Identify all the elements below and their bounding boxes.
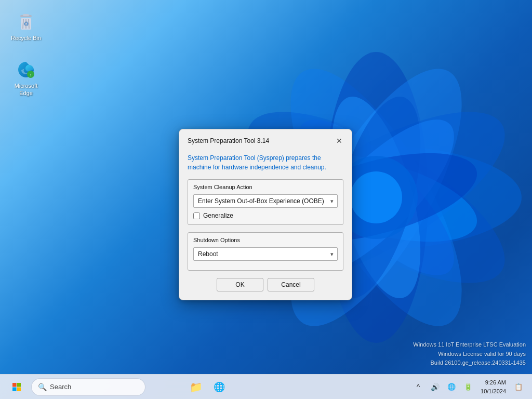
svg-text:↑: ↑ <box>30 72 32 77</box>
taskbar-clock[interactable]: 9:26 AM 10/1/2024 <box>478 377 508 396</box>
windows-watermark: Windows 11 IoT Enterprise LTSC Evaluatio… <box>413 340 526 368</box>
ok-button[interactable]: OK <box>217 278 263 291</box>
desktop-icon-recycle-bin[interactable]: ♻ Recycle Bin <box>7 9 45 44</box>
svg-rect-15 <box>23 14 29 16</box>
edge-label: Microsoft Edge <box>9 82 43 97</box>
file-explorer-icon: 📁 <box>190 381 203 393</box>
svg-rect-25 <box>12 387 17 391</box>
taskbar: 🔍 Search 📁 🌐 ^ 🔊 <box>0 374 532 399</box>
edge-icon: ↑ <box>16 59 36 80</box>
generalize-row: Generalize <box>193 212 338 219</box>
sysprep-dialog: System Preparation Tool 3.14 ✕ System Pr… <box>179 129 352 300</box>
taskbar-network[interactable]: 🌐 <box>209 377 230 397</box>
cleanup-action-group: System Cleanup Action Enter System Out-o… <box>188 179 343 225</box>
recycle-bin-label: Recycle Bin <box>11 34 41 42</box>
svg-rect-26 <box>17 387 21 391</box>
clock-time: 9:26 AM <box>485 378 506 387</box>
svg-line-18 <box>23 19 23 29</box>
dialog-description: System Preparation Tool (Sysprep) prepar… <box>188 153 343 172</box>
cleanup-group-label: System Cleanup Action <box>193 184 338 190</box>
taskbar-left: 🔍 Search <box>0 377 186 397</box>
svg-rect-23 <box>12 383 17 387</box>
system-tray: ^ 🔊 🌐 🔋 <box>411 380 475 394</box>
battery-icon: 🔋 <box>464 383 472 391</box>
action-center[interactable]: 📋 <box>511 380 526 394</box>
dialog-buttons: OK Cancel <box>188 278 343 291</box>
dialog-body: System Preparation Tool (Sysprep) prepar… <box>179 151 352 300</box>
start-button[interactable] <box>6 377 27 397</box>
taskbar-search-bar[interactable]: 🔍 Search <box>31 378 145 396</box>
desktop: ♻ Recycle Bin <box>0 0 532 399</box>
svg-line-20 <box>29 19 29 29</box>
shutdown-options-select[interactable]: Reboot Shutdown Quit <box>193 247 338 261</box>
clock-date: 10/1/2024 <box>481 387 506 396</box>
dialog-title: System Preparation Tool 3.14 <box>188 137 269 144</box>
svg-rect-24 <box>17 383 21 387</box>
tray-volume[interactable]: 🔊 <box>428 380 442 394</box>
tray-network[interactable]: 🌐 <box>444 380 459 394</box>
action-center-icon: 📋 <box>514 383 523 391</box>
tray-chevron[interactable]: ^ <box>411 380 425 394</box>
recycle-bin-icon: ♻ <box>16 11 36 32</box>
taskbar-right: ^ 🔊 🌐 🔋 9:26 AM 10/1/2024 📋 <box>411 377 532 396</box>
dialog-close-button[interactable]: ✕ <box>333 135 345 147</box>
wifi-icon: 🌐 <box>447 383 456 391</box>
tray-battery[interactable]: 🔋 <box>461 380 475 394</box>
network-icon: 🌐 <box>214 381 225 393</box>
generalize-checkbox[interactable] <box>193 212 200 219</box>
generalize-label[interactable]: Generalize <box>203 212 233 219</box>
shutdown-options-group: Shutdown Options Reboot Shutdown Quit <box>188 232 343 271</box>
cleanup-select-wrapper: Enter System Out-of-Box Experience (OOBE… <box>193 194 338 208</box>
search-icon: 🔍 <box>38 383 47 391</box>
cancel-button[interactable]: Cancel <box>268 278 314 291</box>
svg-point-13 <box>350 171 402 223</box>
search-label: Search <box>50 383 71 391</box>
volume-icon: 🔊 <box>431 383 440 391</box>
cleanup-action-select[interactable]: Enter System Out-of-Box Experience (OOBE… <box>193 194 338 208</box>
taskbar-center: 📁 🌐 <box>186 377 230 397</box>
chevron-up-icon: ^ <box>417 383 420 391</box>
dialog-titlebar: System Preparation Tool 3.14 ✕ <box>179 129 352 151</box>
shutdown-select-wrapper: Reboot Shutdown Quit <box>193 247 338 261</box>
shutdown-group-label: Shutdown Options <box>193 237 338 243</box>
taskbar-file-explorer[interactable]: 📁 <box>186 377 207 397</box>
desktop-icon-microsoft-edge[interactable]: ↑ Microsoft Edge <box>7 57 45 99</box>
